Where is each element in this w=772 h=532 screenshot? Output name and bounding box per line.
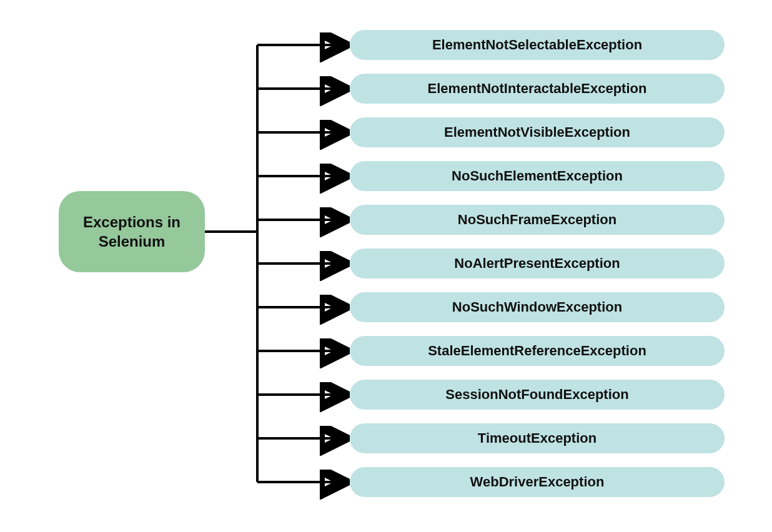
child-node: NoSuchElementException [350, 161, 725, 191]
child-label: StaleElementReferenceException [428, 343, 646, 359]
root-label: Exceptions in Selenium [66, 212, 197, 251]
child-label: NoAlertPresentException [454, 255, 620, 272]
child-node: TimeoutException [350, 423, 725, 453]
child-node: WebDriverException [350, 467, 725, 497]
child-label: SessionNotFoundException [445, 387, 628, 403]
child-node: NoSuchWindowException [350, 292, 725, 322]
child-node: NoSuchFrameException [350, 205, 725, 235]
child-node: ElementNotInteractableException [350, 74, 725, 104]
child-node: StaleElementReferenceException [350, 336, 725, 366]
child-node: SessionNotFoundException [350, 380, 725, 410]
child-label: ElementNotSelectableException [432, 37, 642, 53]
child-node: NoAlertPresentException [350, 249, 725, 278]
child-label: ElementNotInteractableException [428, 81, 647, 97]
child-label: NoSuchWindowException [452, 299, 622, 315]
child-label: NoSuchElementException [452, 168, 623, 184]
child-node: ElementNotSelectableException [350, 30, 725, 60]
child-label: WebDriverException [470, 474, 605, 490]
root-node: Exceptions in Selenium [59, 191, 205, 272]
child-label: TimeoutException [478, 430, 596, 446]
child-label: NoSuchFrameException [458, 212, 616, 228]
child-node: ElementNotVisibleException [350, 117, 725, 147]
child-label: ElementNotVisibleException [444, 124, 630, 140]
